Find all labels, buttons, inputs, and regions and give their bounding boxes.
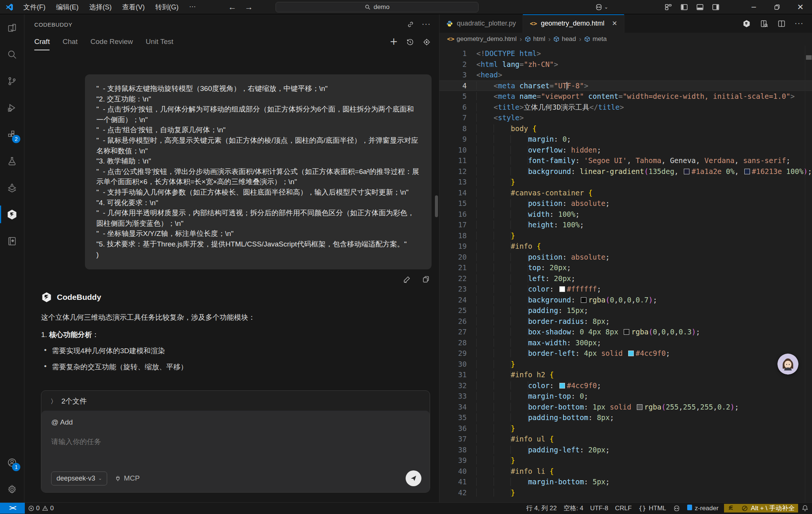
activity-bar: 21	[0, 14, 24, 502]
status-encoding[interactable]: UTF-8	[587, 505, 612, 512]
more-actions-icon[interactable]: ···	[795, 20, 804, 28]
breadcrumb-item-head[interactable]: head	[553, 35, 576, 43]
editor-scrollbar[interactable]	[805, 45, 812, 502]
panel-scrollbar-thumb[interactable]	[435, 195, 438, 217]
line-number: 21	[439, 262, 467, 273]
editor-tab-quadratic_plotter.py[interactable]: quadratic_plotter.py	[439, 14, 523, 33]
menu-[interactable]: ···	[185, 1, 200, 13]
code-line-39: 39 }	[439, 455, 812, 466]
activity-explorer-icon[interactable]	[0, 14, 24, 41]
mcp-button[interactable]: MCP	[115, 474, 139, 482]
activity-account-icon[interactable]: 1	[0, 449, 24, 476]
command-center-search[interactable]: demo	[276, 2, 479, 12]
line-number: 10	[439, 145, 467, 156]
add-context-button[interactable]: @ Add	[51, 418, 420, 426]
breadcrumb: <>geometry_demo.html›html›head›meta	[439, 33, 812, 45]
attached-files-toggle[interactable]: 〉 2个文件	[41, 391, 430, 412]
breadcrumb-item-geometry_demo.html[interactable]: <>geometry_demo.html	[447, 35, 517, 43]
model-selector[interactable]: deepseek-v3 ⌄	[51, 472, 107, 485]
new-chat-icon[interactable]: +	[390, 38, 398, 47]
activity-extensions-icon[interactable]: 2	[0, 121, 24, 148]
copy-icon[interactable]	[422, 275, 430, 283]
close-tab-icon[interactable]: ✕	[612, 20, 617, 27]
split-editor-icon[interactable]	[777, 20, 786, 28]
more-actions-icon[interactable]: ···	[422, 20, 431, 29]
code-line-34: 34 border-bottom: 1px solid rgba(255,255…	[439, 402, 812, 413]
minimize-button[interactable]: ─	[742, 0, 765, 14]
codebuddy-tab-code-review[interactable]: Code Review	[91, 38, 133, 50]
toggle-secondary-sidebar-icon[interactable]	[712, 3, 720, 11]
code-line-37: 37 #info ul {	[439, 434, 812, 444]
breadcrumb-item-meta[interactable]: meta	[584, 35, 607, 43]
assistant-avatar[interactable]	[777, 354, 798, 375]
code-line-7: 7 <style>	[439, 112, 812, 123]
status-manual-complete[interactable]: Alt + \ 手动补全	[738, 504, 798, 512]
status-cursor-position[interactable]: 行 4, 列 22	[523, 504, 560, 512]
toggle-sidebar-icon[interactable]	[680, 3, 688, 11]
activity-testing-icon[interactable]	[0, 148, 24, 174]
menu-bar: 文件(F)编辑(E)选择(S)查看(V)转到(G)···	[19, 1, 200, 13]
line-number: 23	[439, 284, 467, 295]
response-heading: 1. 核心功能分析：	[41, 330, 432, 340]
menu-f[interactable]: 文件(F)	[19, 1, 50, 13]
editor-scrollbar-thumb[interactable]	[806, 55, 812, 60]
line-number: 5	[439, 91, 467, 102]
send-button[interactable]	[406, 470, 421, 486]
menu-v[interactable]: 查看(V)	[118, 1, 149, 13]
link-icon[interactable]	[407, 21, 414, 28]
code-line-40: 40 #info li {	[439, 466, 812, 477]
close-window-button[interactable]: ✕	[789, 0, 812, 14]
code-line-19: 19 #info {	[439, 241, 812, 252]
problems-indicator[interactable]: 0 0	[25, 503, 57, 514]
activity-docs-icon[interactable]	[0, 228, 24, 254]
edit-icon[interactable]	[403, 275, 411, 283]
activity-run-debug-icon[interactable]	[0, 94, 24, 121]
codebuddy-tab-unit-test[interactable]: Unit Test	[146, 38, 174, 50]
color-swatch	[559, 383, 565, 389]
activity-settings-gear-icon[interactable]	[0, 476, 24, 502]
remote-indicator[interactable]: ><	[0, 503, 25, 514]
line-number: 41	[439, 476, 467, 487]
line-number: 28	[439, 337, 467, 348]
breadcrumb-item-html[interactable]: html	[525, 35, 545, 43]
activity-search-icon[interactable]	[0, 41, 24, 68]
code-line-42: 42 }	[439, 487, 812, 498]
line-number: 6	[439, 102, 467, 113]
open-preview-icon[interactable]	[760, 20, 768, 28]
history-icon[interactable]	[406, 38, 414, 46]
menu-g[interactable]: 转到(G)	[151, 1, 183, 13]
activity-codebuddy-icon[interactable]	[0, 201, 24, 228]
code-line-1: 1<!DOCTYPE html>	[439, 48, 812, 59]
status-copilot-status[interactable]	[670, 505, 684, 512]
settings-icon[interactable]	[423, 38, 431, 46]
status-language-mode[interactable]: {}HTML	[635, 505, 670, 512]
menu-s[interactable]: 选择(S)	[85, 1, 116, 13]
activity-source-control-icon[interactable]	[0, 68, 24, 94]
code-line-11: 11 font-family: 'Segoe UI', Tahoma, Gene…	[439, 155, 812, 166]
status-z-reader[interactable]: z-reader	[684, 505, 722, 512]
blue-square-icon	[687, 505, 692, 512]
status-codebuddy-swirl[interactable]	[724, 504, 738, 512]
customize-layout-icon[interactable]	[665, 3, 672, 11]
codebuddy-action-icon[interactable]	[742, 19, 751, 28]
toggle-panel-icon[interactable]	[696, 3, 704, 11]
task-input-box[interactable]: @ Add 请输入你的任务 deepseek-v3 ⌄ MCP	[41, 411, 430, 492]
cube-icon	[584, 36, 590, 42]
editor-tab-geometry_demo.html[interactable]: <>geometry_demo.html✕	[523, 14, 624, 33]
forward-button[interactable]: →	[243, 2, 255, 12]
code-editor[interactable]: 1<!DOCTYPE html>2<html lang="zh-CN">3<he…	[439, 45, 812, 502]
code-line-13: 13 }	[439, 177, 812, 187]
response-intro: 这个立体几何三维动态演示工具任务比较复杂，涉及多个功能模块：	[41, 313, 432, 322]
status-indentation[interactable]: 空格: 4	[560, 504, 587, 512]
status-notifications[interactable]	[798, 505, 812, 512]
menu-e[interactable]: 编辑(E)	[52, 1, 83, 13]
line-number: 18	[439, 230, 467, 241]
codebuddy-tab-chat[interactable]: Chat	[62, 38, 77, 50]
copilot-menu[interactable]: ⌄	[595, 3, 608, 11]
code-line-14: 14 #canvas-container {	[439, 187, 812, 198]
codebuddy-tab-craft[interactable]: Craft	[34, 38, 50, 50]
back-button[interactable]: ←	[227, 2, 238, 12]
activity-layers-icon[interactable]	[0, 174, 24, 201]
status-eol[interactable]: CRLF	[612, 505, 635, 512]
restore-button[interactable]	[765, 0, 789, 14]
